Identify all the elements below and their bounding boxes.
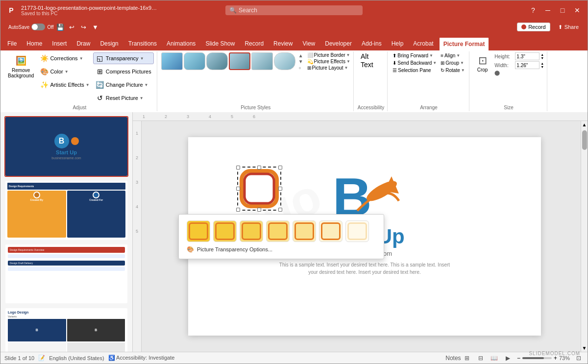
tab-review[interactable]: Review [269, 37, 297, 50]
compress-label: Compress Pictures [106, 69, 151, 74]
transparency-swatch-0[interactable] [187, 220, 210, 242]
group-arrow: ▼ [460, 61, 464, 65]
width-row: Width: ▲ ▼ [494, 61, 544, 69]
handle-bottom-left[interactable] [236, 208, 240, 212]
change-picture-button[interactable]: 🔄 Change Picture ▼ [93, 79, 154, 91]
handle-top-mid[interactable] [257, 166, 261, 170]
rotate-label: Rotate [445, 68, 460, 73]
handle-mid-left[interactable] [236, 187, 240, 191]
tab-view[interactable]: View [297, 37, 320, 50]
tab-slideshow[interactable]: Slide Show [200, 37, 240, 50]
bring-forward-button[interactable]: ⬆ Bring Forward ▼ [392, 52, 438, 59]
transparency-swatch-2[interactable] [240, 220, 263, 242]
styles-scroll-up[interactable]: ▲ [297, 53, 304, 58]
transparency-swatch-3[interactable] [266, 220, 290, 242]
tab-help[interactable]: Help [387, 37, 409, 50]
height-input[interactable] [515, 52, 539, 60]
slide-thumb-4[interactable]: 4 Logo Design Variants B B [4, 307, 128, 352]
notes-button[interactable]: Notes [448, 353, 458, 363]
tab-picture-format[interactable]: Picture Format [439, 37, 490, 50]
transparency-swatch-4[interactable] [293, 220, 316, 242]
slide-sorter-button[interactable]: ⊟ [476, 353, 486, 363]
handle-bottom-mid[interactable] [257, 208, 261, 212]
selected-picture[interactable] [237, 167, 281, 211]
tab-draw[interactable]: Draw [72, 37, 95, 50]
transparency-swatch-5[interactable] [319, 220, 343, 242]
slide-thumb-1[interactable]: 1 B Start Up businessname.com [4, 116, 128, 177]
scroll-up-arrow[interactable]: ▲ [581, 121, 588, 128]
width-input[interactable] [515, 61, 539, 69]
compress-pictures-button[interactable]: ⊞ Compress Pictures [93, 66, 154, 77]
tab-record[interactable]: Record [240, 37, 269, 50]
tab-file[interactable]: File [2, 37, 22, 50]
picture-border-button[interactable]: ⬜ Picture Border ▼ [307, 52, 350, 58]
group-button[interactable]: ⊞ Group ▼ [440, 60, 466, 66]
picture-style-3[interactable] [206, 52, 228, 70]
styles-expand[interactable]: ⬦ [297, 65, 304, 70]
svg-rect-1 [245, 174, 274, 203]
corrections-button[interactable]: ☀️ Corrections ▼ [37, 52, 92, 64]
reset-picture-button[interactable]: ↺ Reset Picture ▼ [93, 92, 154, 104]
picture-effects-button[interactable]: 💫 Picture Effects ▼ [307, 59, 350, 64]
picture-style-5[interactable] [251, 52, 273, 70]
record-button[interactable]: Record [517, 23, 550, 31]
picture-style-6[interactable] [274, 52, 295, 70]
tab-design[interactable]: Design [95, 37, 123, 50]
transparency-options-button[interactable]: 🎨 Picture Transparency Options... [183, 244, 380, 255]
autosave-toggle[interactable] [31, 24, 45, 30]
transparency-button[interactable]: ◱ Transparency ▼ [93, 52, 154, 64]
scroll-thumb-vertical[interactable] [582, 130, 587, 150]
save-button[interactable]: 💾 [55, 22, 66, 32]
vertical-scrollbar[interactable]: ▲ ▼ [581, 121, 588, 352]
picture-style-4[interactable] [229, 52, 250, 70]
zoom-slider[interactable] [522, 357, 552, 359]
close-button[interactable]: ✕ [571, 4, 584, 17]
slide-thumb-3[interactable]: 3 Design Requirements Overview Design Dr… [4, 243, 128, 304]
selection-pane-button[interactable]: ☰ Selection Pane [392, 67, 438, 73]
picture-style-1[interactable] [161, 52, 183, 70]
tab-addins[interactable]: Add-ins [357, 37, 387, 50]
minimize-button[interactable]: ─ [541, 4, 554, 17]
remove-background-button[interactable]: 🖼️ RemoveBackground [5, 52, 36, 80]
artistic-effects-button[interactable]: ✨ Artistic Effects ▼ [37, 79, 92, 91]
help-icon[interactable]: ? [527, 4, 539, 17]
share-button[interactable]: ⬆ Share [553, 22, 584, 32]
rotate-button[interactable]: ↻ Rotate ▼ [440, 67, 466, 73]
handle-top-left[interactable] [236, 166, 240, 170]
reading-view-button[interactable]: 📖 [490, 353, 499, 363]
search-input[interactable] [239, 7, 359, 14]
transparency-swatch-6[interactable] [345, 220, 369, 242]
presentation-options[interactable]: ▼ [90, 22, 101, 32]
ribbon-content: 🖼️ RemoveBackground ☀️ Corrections ▼ 🎨 C… [0, 50, 588, 112]
send-backward-button[interactable]: ⬇ Send Backward ▼ [392, 60, 438, 66]
alt-text-button[interactable]: AltText [358, 52, 376, 69]
tab-transitions[interactable]: Transitions [123, 37, 162, 50]
height-down-arrow[interactable]: ▼ [540, 56, 544, 60]
tab-acrobat[interactable]: Acrobat [408, 37, 438, 50]
height-up-arrow[interactable]: ▲ [540, 53, 544, 56]
accessibility-content: AltText [358, 52, 384, 104]
zoom-out-button[interactable]: − [517, 355, 520, 362]
slide-thumb-2[interactable]: 2 Design Requirements Created By [4, 180, 128, 241]
styles-scroll-down[interactable]: ▼ [297, 59, 304, 64]
rotate-icon: ↻ [441, 68, 444, 73]
maximize-button[interactable]: □ [556, 4, 569, 17]
tab-home[interactable]: Home [22, 37, 47, 50]
width-up-arrow[interactable]: ▲ [540, 62, 544, 65]
undo-button[interactable]: ↩ [67, 22, 77, 32]
picture-layout-button[interactable]: ⊞ Picture Layout ▼ [307, 65, 350, 71]
width-down-arrow[interactable]: ▼ [540, 65, 544, 69]
redo-button[interactable]: ↪ [78, 22, 89, 32]
color-button[interactable]: 🎨 Color ▼ [37, 66, 92, 77]
slideshow-button[interactable]: ▶ [503, 353, 513, 363]
normal-view-button[interactable]: ⊞ [462, 353, 472, 363]
size-expand-button[interactable]: ⬤ [494, 70, 544, 75]
align-button[interactable]: ≡ Align ▼ [440, 52, 466, 59]
crop-button[interactable]: ⊡ Crop [473, 52, 492, 74]
tab-developer[interactable]: Developer [320, 37, 357, 50]
transparency-swatch-1[interactable] [213, 220, 237, 242]
picture-style-2[interactable] [184, 52, 205, 70]
tab-animations[interactable]: Animations [162, 37, 200, 50]
tab-insert[interactable]: Insert [47, 37, 72, 50]
scroll-down-arrow[interactable]: ▼ [581, 344, 588, 352]
